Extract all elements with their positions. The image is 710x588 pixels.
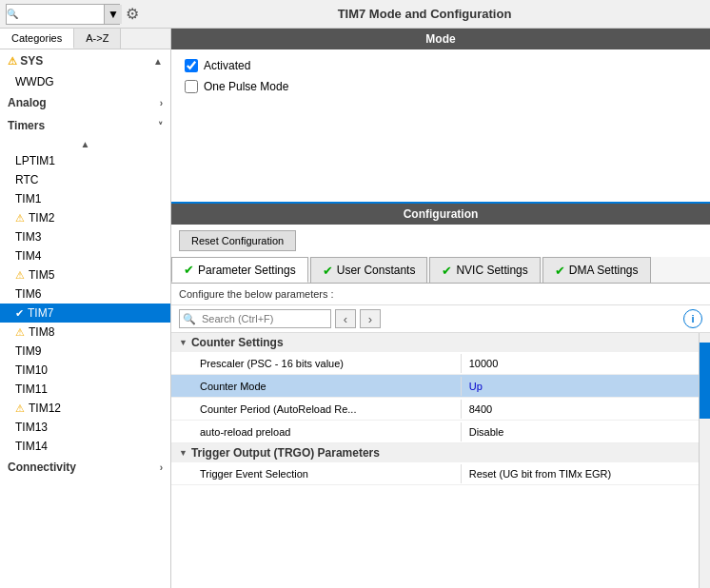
sidebar-tabs: Categories A->Z [0, 29, 170, 49]
configure-text: Configure the below parameters : [171, 284, 710, 305]
sidebar-item-tim9[interactable]: TIM9 [0, 342, 170, 361]
tab-categories[interactable]: Categories [0, 29, 74, 49]
reset-config-button[interactable]: Reset Configuration [179, 230, 296, 251]
warning-icon-tim2: ⚠ [15, 212, 25, 225]
sidebar-item-tim2[interactable]: ⚠ TIM2 [0, 208, 170, 227]
chevron-down-icon: ▲ [153, 56, 163, 67]
config-tabs: ✔ Parameter Settings ✔ User Constants ✔ … [171, 257, 710, 284]
tab-check-nvic: ✔ [442, 264, 452, 278]
scrollbar-thumb [700, 343, 710, 419]
sidebar-item-tim4[interactable]: TIM4 [0, 246, 170, 265]
sidebar-group-analog[interactable]: Analog › [0, 91, 170, 114]
sidebar-group-timers[interactable]: Timers ˅ [0, 114, 170, 137]
param-name-auto-reload: auto-reload preload [171, 422, 462, 441]
one-pulse-row: One Pulse Mode [185, 80, 697, 93]
gear-icon[interactable]: ⚙ [126, 5, 139, 23]
param-name-trigger-event: Trigger Event Selection [171, 464, 462, 483]
tab-az[interactable]: A->Z [74, 29, 121, 49]
info-icon[interactable]: i [683, 309, 702, 328]
search-dropdown-btn[interactable]: ▼ [104, 5, 122, 24]
search-icon: 🔍 [7, 9, 18, 19]
sidebar-item-tim5[interactable]: ⚠ TIM5 [0, 265, 170, 284]
tab-check-user: ✔ [323, 264, 333, 278]
param-value-counter-mode[interactable]: Up [462, 377, 699, 396]
one-pulse-label: One Pulse Mode [204, 80, 288, 93]
mode-header: Mode [171, 29, 710, 49]
top-bar: 🔍 ▼ ⚙ TIM7 Mode and Configuration [0, 0, 710, 29]
trgo-label: Trigger Output (TRGO) Parameters [191, 446, 380, 460]
param-table: ▼ Counter Settings Prescaler (PSC - 16 b… [171, 333, 699, 588]
filter-search-box[interactable]: 🔍 [179, 309, 331, 328]
sidebar-group-sys-label: ⚠ SYS [8, 54, 43, 68]
sidebar-item-tim10[interactable]: TIM10 [0, 361, 170, 380]
sidebar-item-tim1[interactable]: TIM1 [0, 189, 170, 208]
tab-parameter-settings[interactable]: ✔ Parameter Settings [171, 257, 308, 283]
chevron-down-icon-timers: ˅ [158, 121, 163, 131]
sidebar-item-tim12[interactable]: ⚠ TIM12 [0, 399, 170, 418]
config-header: Configuration [171, 204, 710, 225]
param-row-counter-mode: Counter Mode Up [171, 375, 699, 398]
param-name-counter-period: Counter Period (AutoReload Re... [171, 400, 462, 419]
chevron-right-icon-conn: › [160, 462, 163, 473]
param-value-trigger-event[interactable]: Reset (UG bit from TIMx EGR) [462, 464, 699, 483]
filter-search-icon: 🔍 [180, 313, 199, 325]
activated-checkbox[interactable] [185, 59, 198, 72]
sidebar: Categories A->Z ⚠ SYS ▲ WWDG Analog › [0, 29, 171, 588]
activated-label: Activated [204, 59, 250, 72]
mode-area: Activated One Pulse Mode [171, 49, 710, 202]
trgo-group[interactable]: ▼ Trigger Output (TRGO) Parameters [171, 443, 699, 462]
param-value-prescaler[interactable]: 10000 [462, 354, 699, 373]
sidebar-item-tim8[interactable]: ⚠ TIM8 [0, 323, 170, 342]
sidebar-item-rtc[interactable]: RTC [0, 170, 170, 189]
counter-settings-group[interactable]: ▼ Counter Settings [171, 333, 699, 352]
config-section: Configuration Reset Configuration ✔ Para… [171, 202, 710, 588]
tab-label-nvic: NVIC Settings [456, 264, 527, 277]
check-icon-tim7: ✔ [15, 307, 24, 320]
window-title: TIM7 Mode and Configuration [145, 7, 704, 21]
sidebar-group-timers-label: Timers [8, 119, 45, 132]
tab-dma-settings[interactable]: ✔ DMA Settings [542, 257, 651, 283]
param-value-counter-period[interactable]: 8400 [462, 400, 699, 419]
sidebar-item-lptim1[interactable]: LPTIM1 [0, 151, 170, 170]
param-value-auto-reload[interactable]: Disable [462, 422, 699, 441]
sidebar-item-wwwdg[interactable]: WWDG [0, 72, 170, 91]
chevron-down-trgo: ▼ [179, 448, 187, 458]
sidebar-item-tim7[interactable]: ✔ TIM7 [0, 304, 170, 323]
sidebar-item-tim11[interactable]: TIM11 [0, 380, 170, 399]
chevron-down-counter: ▼ [179, 338, 187, 347]
sidebar-item-tim14[interactable]: TIM14 [0, 437, 170, 456]
sidebar-item-tim13[interactable]: TIM13 [0, 418, 170, 437]
tab-label-user: User Constants [337, 264, 416, 277]
nav-next-btn[interactable]: › [360, 309, 381, 328]
counter-settings-label: Counter Settings [191, 336, 284, 349]
param-row-trigger-event: Trigger Event Selection Reset (UG bit fr… [171, 462, 699, 485]
sidebar-group-connectivity-label: Connectivity [8, 461, 76, 474]
sidebar-group-analog-label: Analog [8, 96, 47, 109]
warning-icon-tim12: ⚠ [15, 402, 25, 415]
search-box[interactable]: 🔍 ▼ [6, 4, 120, 25]
main-layout: Categories A->Z ⚠ SYS ▲ WWDG Analog › [0, 29, 710, 588]
sidebar-group-sys[interactable]: ⚠ SYS ▲ [0, 49, 170, 72]
sidebar-list: ⚠ SYS ▲ WWDG Analog › Timers ˅ ▲ LPTIM1 … [0, 49, 170, 588]
tab-user-constants[interactable]: ✔ User Constants [310, 257, 428, 283]
param-name-prescaler: Prescaler (PSC - 16 bits value) [171, 354, 462, 373]
param-row-counter-period: Counter Period (AutoReload Re... 8400 [171, 398, 699, 421]
param-row-prescaler: Prescaler (PSC - 16 bits value) 10000 [171, 352, 699, 375]
one-pulse-checkbox[interactable] [185, 80, 198, 93]
param-name-counter-mode: Counter Mode [171, 377, 462, 396]
nav-prev-btn[interactable]: ‹ [335, 309, 356, 328]
activated-row: Activated [185, 59, 697, 72]
sidebar-item-tim6[interactable]: TIM6 [0, 284, 170, 304]
sidebar-group-connectivity[interactable]: Connectivity › [0, 456, 170, 479]
sidebar-item-tim3[interactable]: TIM3 [0, 227, 170, 246]
filter-search-input[interactable] [199, 313, 323, 324]
warning-icon-tim5: ⚠ [15, 269, 25, 282]
tab-label-dma: DMA Settings [569, 264, 639, 277]
tab-nvic-settings[interactable]: ✔ NVIC Settings [429, 257, 540, 283]
search-input[interactable] [18, 9, 104, 20]
scroll-up-btn[interactable]: ▲ [0, 137, 170, 151]
warning-icon: ⚠ [8, 55, 17, 67]
warning-icon-tim8: ⚠ [15, 326, 25, 339]
chevron-right-icon: › [160, 98, 163, 108]
right-scrollbar[interactable] [699, 333, 710, 588]
